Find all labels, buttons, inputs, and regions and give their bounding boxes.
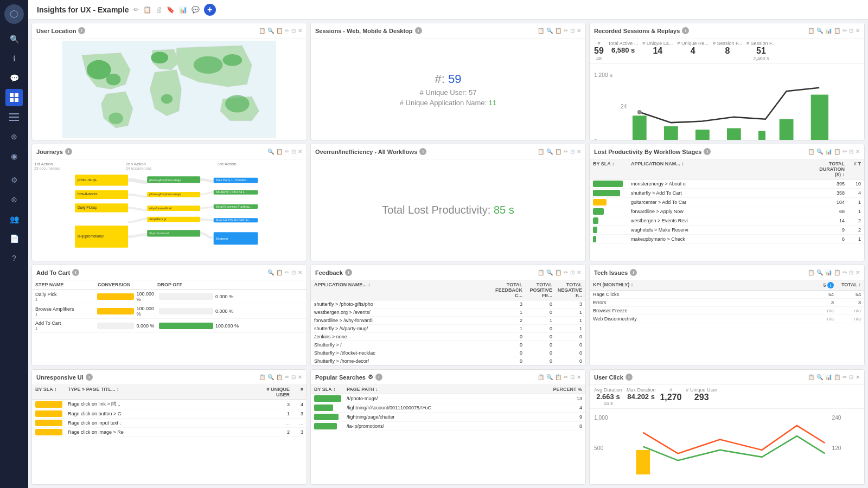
print-icon[interactable]: 🖨 — [156, 6, 162, 14]
userclick-close-icon[interactable]: ✕ — [856, 374, 860, 380]
tech-close-icon[interactable]: ✕ — [856, 269, 860, 275]
popular-info-icon[interactable]: i — [375, 374, 382, 381]
recorded-share-icon[interactable]: 📋 — [834, 28, 840, 34]
popular-copy-icon[interactable]: 📋 — [538, 374, 544, 380]
journeys-close-icon[interactable]: ✕ — [298, 149, 302, 155]
tech-zoom-icon[interactable]: 🔍 — [816, 269, 823, 275]
lost-prod-copy-icon[interactable]: 📋 — [808, 149, 814, 155]
lost-prod-close-icon[interactable]: ✕ — [856, 149, 860, 155]
popular-filter-icon[interactable]: ⚙ — [368, 374, 373, 381]
overrun-expand-icon[interactable]: ⊡ — [570, 149, 575, 155]
lost-prod-bar-icon[interactable]: 📊 — [825, 149, 832, 155]
sessions-info-icon[interactable]: i — [415, 27, 422, 34]
sidebar-item-info[interactable]: ℹ — [5, 50, 23, 67]
atc-close-icon[interactable]: ✕ — [298, 269, 302, 275]
sessions-expand-icon[interactable]: ⊡ — [570, 28, 575, 34]
atc-zoom-icon[interactable]: 🔍 — [267, 269, 274, 275]
unresponsive-copy-icon[interactable]: 📋 — [259, 374, 265, 380]
userclick-edit-icon[interactable]: ✏ — [843, 374, 847, 380]
userclick-zoom-icon[interactable]: 🔍 — [816, 374, 823, 380]
add-button[interactable]: + — [204, 4, 216, 16]
edit-ctrl-icon[interactable]: ✏ — [285, 28, 289, 34]
journeys-zoom-icon[interactable]: 🔍 — [267, 149, 274, 155]
recorded-bar-icon[interactable]: 📊 — [825, 28, 832, 34]
share-ctrl-icon[interactable]: 📋 — [276, 28, 283, 34]
userclick-info-icon[interactable]: i — [626, 374, 633, 381]
tech-info-icon[interactable]: i — [630, 269, 637, 276]
lost-prod-share-icon[interactable]: 📋 — [834, 149, 840, 155]
sidebar-item-docs[interactable]: 📄 — [5, 230, 23, 247]
tech-expand-icon[interactable]: ⊡ — [849, 269, 853, 275]
feedback-close-icon[interactable]: ✕ — [577, 269, 581, 275]
recorded-expand-icon[interactable]: ⊡ — [849, 28, 853, 34]
sessions-copy-icon[interactable]: 📋 — [538, 28, 544, 34]
sidebar-item-search[interactable]: 🔍 — [5, 30, 23, 48]
sidebar-item-settings[interactable]: ⚙ — [5, 171, 23, 189]
feedback-share-icon[interactable]: 📋 — [555, 269, 561, 275]
lost-prod-info-icon[interactable]: i — [704, 148, 711, 155]
comment-icon[interactable]: 💬 — [192, 6, 200, 14]
atc-copy-icon[interactable]: 📋 — [276, 269, 283, 275]
feedback-zoom-icon[interactable]: 🔍 — [546, 269, 553, 275]
tech-bar-icon[interactable]: 📊 — [825, 269, 832, 275]
popular-close-icon[interactable]: ✕ — [577, 374, 581, 380]
lost-prod-edit-icon[interactable]: ✏ — [843, 149, 847, 155]
overrun-copy-icon[interactable]: 📋 — [538, 149, 544, 155]
close-ctrl-icon[interactable]: ✕ — [298, 28, 302, 34]
sidebar-logo[interactable]: ⬡ — [4, 4, 24, 24]
feedback-info-icon[interactable]: i — [345, 269, 352, 276]
sidebar-item-connections[interactable]: ⊕ — [5, 128, 23, 145]
sidebar-item-flows[interactable]: ⊚ — [5, 191, 23, 208]
sidebar-item-circle[interactable]: ◉ — [5, 147, 23, 165]
copy-ctrl-icon[interactable]: 📋 — [259, 28, 265, 34]
feedback-expand-icon[interactable]: ⊡ — [570, 269, 575, 275]
expand-ctrl-icon[interactable]: ⊡ — [291, 28, 296, 34]
unresponsive-info-icon[interactable]: i — [86, 374, 93, 381]
zoom-ctrl-icon[interactable]: 🔍 — [267, 28, 274, 34]
overrun-edit-icon[interactable]: ✏ — [564, 149, 568, 155]
overrun-info-icon[interactable]: i — [419, 148, 426, 155]
sessions-close-icon[interactable]: ✕ — [577, 28, 581, 34]
unresponsive-expand-icon[interactable]: ⊡ — [291, 374, 296, 380]
popular-edit-icon[interactable]: ✏ — [564, 374, 568, 380]
unresponsive-zoom-icon[interactable]: 🔍 — [267, 374, 274, 380]
unresponsive-share-icon[interactable]: 📋 — [276, 374, 283, 380]
atc-edit-icon[interactable]: ✏ — [285, 269, 289, 275]
sessions-share-icon[interactable]: 📋 — [555, 28, 561, 34]
userclick-bar-icon[interactable]: 📊 — [825, 374, 832, 380]
recorded-copy-icon[interactable]: 📋 — [808, 28, 814, 34]
userclick-copy-icon[interactable]: 📋 — [808, 374, 814, 380]
journeys-expand-icon[interactable]: ⊡ — [291, 149, 296, 155]
chart-icon[interactable]: 📊 — [179, 6, 187, 14]
overrun-close-icon[interactable]: ✕ — [577, 149, 581, 155]
feedback-edit-icon[interactable]: ✏ — [564, 269, 568, 275]
feedback-copy-icon[interactable]: 📋 — [538, 269, 544, 275]
recorded-zoom-icon[interactable]: 🔍 — [816, 28, 823, 34]
lost-prod-zoom-icon[interactable]: 🔍 — [816, 149, 823, 155]
overrun-zoom-icon[interactable]: 🔍 — [546, 149, 553, 155]
journeys-info-icon[interactable]: i — [65, 148, 72, 155]
atc-expand-icon[interactable]: ⊡ — [291, 269, 296, 275]
atc-info-icon[interactable]: i — [72, 269, 79, 276]
user-location-info-icon[interactable]: i — [78, 27, 85, 34]
sessions-edit-icon[interactable]: ✏ — [564, 28, 568, 34]
popular-expand-icon[interactable]: ⊡ — [570, 374, 575, 380]
bookmark-icon[interactable]: 🔖 — [167, 6, 175, 14]
userclick-share-icon[interactable]: 📋 — [834, 374, 840, 380]
sidebar-item-help[interactable]: ? — [5, 249, 23, 267]
edit-icon[interactable]: ✏ — [133, 6, 139, 14]
popular-share-icon[interactable]: 📋 — [555, 374, 561, 380]
lost-prod-expand-icon[interactable]: ⊡ — [849, 149, 853, 155]
sidebar-item-dashboard[interactable] — [5, 89, 23, 106]
sessions-zoom-icon[interactable]: 🔍 — [546, 28, 553, 34]
recorded-close-icon[interactable]: ✕ — [856, 28, 860, 34]
recorded-info-icon[interactable]: i — [682, 27, 689, 34]
overrun-share-icon[interactable]: 📋 — [555, 149, 561, 155]
unresponsive-edit-icon[interactable]: ✏ — [285, 374, 289, 380]
tech-edit-icon[interactable]: ✏ — [843, 269, 847, 275]
tech-copy-icon[interactable]: 📋 — [808, 269, 814, 275]
sidebar-item-users[interactable]: 👥 — [5, 210, 23, 228]
copy-icon[interactable]: 📋 — [143, 6, 151, 14]
recorded-edit-icon[interactable]: ✏ — [843, 28, 847, 34]
userclick-expand-icon[interactable]: ⊡ — [849, 374, 853, 380]
